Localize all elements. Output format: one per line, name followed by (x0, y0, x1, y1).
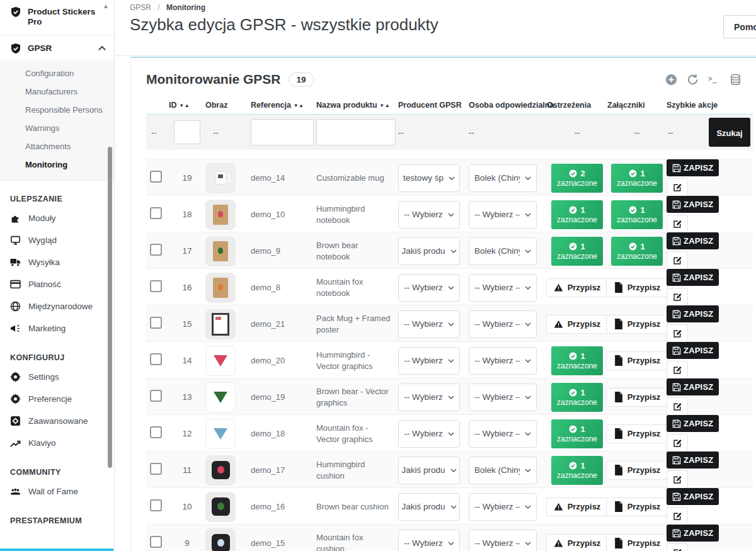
save-button[interactable]: ZAPISZ (667, 342, 719, 359)
attachments-assign-button[interactable]: Przypisz (606, 278, 668, 297)
attachments-assign-button[interactable]: Przypisz (606, 388, 668, 407)
warnings-count-badge[interactable]: 1zaznaczone (551, 346, 603, 375)
responsible-person-select[interactable]: -- Wybierz -- (469, 420, 537, 448)
save-button[interactable]: ZAPISZ (667, 159, 719, 176)
row-checkbox[interactable] (150, 207, 162, 219)
row-checkbox[interactable] (150, 280, 162, 292)
submenu-item-manufacturers[interactable]: Manufacturers (0, 82, 114, 101)
producer-select[interactable]: -- Wybierz (398, 310, 460, 338)
warnings-assign-button[interactable]: Przypisz (546, 315, 609, 334)
warnings-count-badge[interactable]: 2zaznaczone (551, 164, 603, 193)
row-checkbox[interactable] (150, 426, 162, 438)
edit-button[interactable] (667, 507, 688, 525)
sort-icon[interactable]: ▼▲ (180, 103, 190, 108)
submenu-item-responsible-persons[interactable]: Responsible Persons (0, 101, 114, 119)
filter-id-input[interactable] (174, 120, 200, 144)
attachments-assign-button[interactable]: Przypisz (606, 315, 668, 334)
producer-select[interactable]: Jakiś produ (398, 237, 460, 265)
row-checkbox[interactable] (150, 390, 162, 402)
warnings-assign-button[interactable]: Przypisz (546, 534, 609, 551)
attachments-assign-button[interactable]: Przypisz (606, 534, 668, 551)
attachments-assign-button[interactable]: Przypisz (606, 497, 668, 516)
edit-button[interactable] (667, 434, 688, 452)
producer-select[interactable]: -- Wybierz (398, 347, 460, 375)
producer-select[interactable]: testowy śp (398, 164, 460, 192)
help-button[interactable]: Pomoc (723, 15, 756, 38)
producer-select[interactable]: Jakiś produ (398, 493, 460, 521)
row-checkbox[interactable] (150, 317, 162, 329)
sidebar-item-płatność[interactable]: Płatność (0, 273, 114, 295)
warnings-count-badge[interactable]: 1zaznaczone (551, 456, 603, 485)
responsible-person-select[interactable]: -- Wybierz -- (469, 201, 537, 229)
edit-button[interactable] (667, 178, 688, 196)
responsible-person-select[interactable]: Bolek (Chiny) (469, 457, 537, 484)
warnings-assign-button[interactable]: Przypisz (546, 497, 609, 516)
column-header-nazwa-produktu[interactable]: Nazwa produktu▼▲ (316, 101, 398, 110)
row-checkbox[interactable] (150, 171, 162, 183)
save-button[interactable]: ZAPISZ (667, 452, 719, 469)
column-header-referencja[interactable]: Referencja▼▲ (251, 101, 316, 110)
row-checkbox[interactable] (150, 499, 162, 511)
save-button[interactable]: ZAPISZ (667, 232, 719, 249)
scroll-up-icon[interactable]: ▲ (103, 3, 109, 9)
producer-select[interactable]: -- Wybierz (398, 274, 460, 302)
submenu-item-configuration[interactable]: Configuration (0, 64, 114, 82)
submenu-item-monitoring[interactable]: Monitoring (0, 156, 114, 174)
edit-button[interactable] (667, 397, 688, 416)
edit-button[interactable] (667, 215, 688, 233)
warnings-assign-button[interactable]: Przypisz (546, 278, 609, 297)
row-checkbox[interactable] (150, 353, 162, 365)
save-button[interactable]: ZAPISZ (667, 415, 719, 432)
save-button[interactable]: ZAPISZ (667, 196, 719, 213)
attachments-assign-button[interactable]: Przypisz (606, 461, 668, 480)
warnings-count-badge[interactable]: 1zaznaczone (551, 419, 603, 448)
sidebar-scrollbar[interactable] (108, 147, 112, 468)
responsible-person-select[interactable]: Bolek (Chiny) (469, 164, 537, 192)
sidebar-item-marketing[interactable]: Marketing (0, 317, 114, 339)
row-checkbox[interactable] (150, 244, 162, 256)
sql-icon[interactable] (730, 74, 742, 86)
refresh-icon[interactable] (687, 74, 699, 86)
warnings-count-badge[interactable]: 1zaznaczone (551, 237, 603, 266)
search-button[interactable]: Szukaj (709, 118, 750, 147)
responsible-person-select[interactable]: -- Wybierz -- (469, 274, 537, 302)
responsible-person-select[interactable]: -- Wybierz -- (469, 383, 537, 411)
sidebar-item-product-stickers-pro[interactable]: Product Stickers Pro (0, 0, 114, 33)
edit-button[interactable] (667, 324, 688, 343)
sidebar-item-wysyłka[interactable]: Wysyłka (0, 251, 114, 273)
sidebar-item-wygląd[interactable]: Wygląd (0, 229, 114, 251)
producer-select[interactable]: -- Wybierz (398, 383, 460, 411)
sidebar-item-międzynarodowe[interactable]: Międzynarodowe (0, 295, 114, 317)
producer-select[interactable]: -- Wybierz (398, 201, 460, 229)
breadcrumb-gpsr[interactable]: GPSR (130, 3, 151, 12)
warnings-count-badge[interactable]: 1zaznaczone (551, 383, 603, 412)
row-checkbox[interactable] (150, 463, 162, 475)
edit-button[interactable] (667, 361, 688, 379)
responsible-person-select[interactable]: -- Wybierz -- (469, 310, 537, 338)
attachments-count-badge[interactable]: 1zaznaczone (611, 164, 663, 193)
save-button[interactable]: ZAPISZ (667, 305, 719, 322)
attachments-count-badge[interactable]: 1zaznaczone (611, 200, 663, 229)
sort-icon[interactable]: ▼▲ (380, 103, 391, 108)
column-header-id[interactable]: ID▼▲ (169, 101, 205, 110)
filter-product-name-input[interactable] (316, 119, 396, 145)
sidebar-item-wall-of-fame[interactable]: Wall of Fame (0, 480, 114, 503)
attachments-count-badge[interactable]: 1zaznaczone (611, 237, 663, 266)
sidebar-item-zaawansowane[interactable]: Zaawansowane (0, 410, 114, 432)
filter-reference-input[interactable] (251, 119, 314, 145)
edit-button[interactable] (667, 470, 688, 489)
edit-button[interactable] (667, 251, 688, 270)
responsible-person-select[interactable]: Bolek (Chiny) (469, 237, 537, 265)
row-checkbox[interactable] (150, 536, 162, 548)
save-button[interactable]: ZAPISZ (667, 378, 719, 395)
producer-select[interactable]: -- Wybierz (398, 420, 460, 448)
edit-button[interactable] (667, 543, 688, 551)
save-button[interactable]: ZAPISZ (667, 488, 719, 505)
responsible-person-select[interactable]: -- Wybierz -- (469, 530, 537, 551)
responsible-person-select[interactable]: -- Wybierz -- (469, 347, 537, 375)
responsible-person-select[interactable]: -- Wybierz -- (469, 493, 537, 521)
attachments-assign-button[interactable]: Przypisz (606, 424, 668, 443)
submenu-item-attachments[interactable]: Attachments (0, 137, 114, 156)
producer-select[interactable]: -- Wybierz (398, 530, 460, 551)
sidebar-item-gpsr[interactable]: GPSR (0, 37, 114, 60)
